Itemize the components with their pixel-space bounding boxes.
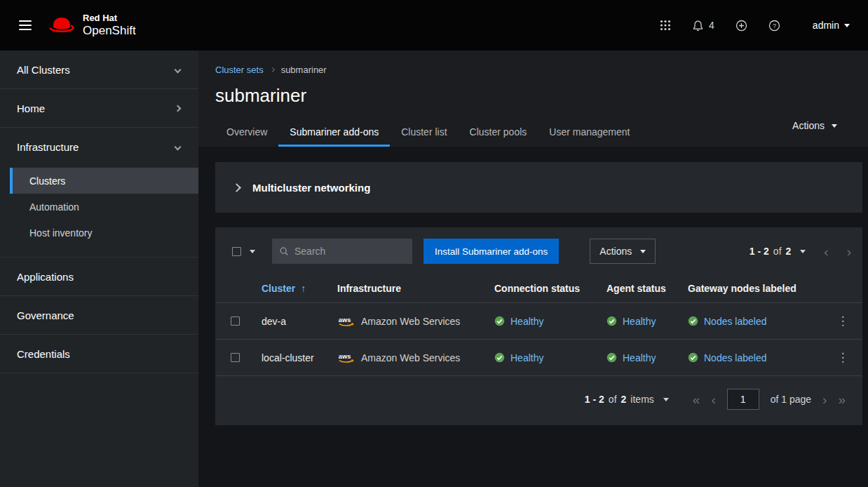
connection-status-link[interactable]: Healthy [510,352,543,363]
current-page-input[interactable] [727,389,759,410]
svg-text:aws: aws [339,353,351,360]
row-checkbox[interactable] [231,316,240,326]
help-button[interactable]: ? [768,20,780,32]
column-header-connection-status: Connection status [483,275,595,302]
sort-ascending-icon: ↑ [301,283,306,294]
user-menu-button[interactable]: admin [813,20,850,31]
sidebar-item-automation[interactable]: Automation [10,194,198,220]
breadcrumb: Cluster sets submariner [215,65,851,75]
row-checkbox[interactable] [231,353,240,362]
gateway-nodes-link[interactable]: Nodes labeled [704,352,767,363]
multicluster-networking-expandable[interactable]: Multicluster networking [215,162,862,213]
pagination-of: of [609,394,617,405]
redhat-hat-icon [48,15,76,35]
breadcrumb-cluster-sets-link[interactable]: Cluster sets [215,65,264,75]
healthy-status-icon [494,316,505,326]
bottom-pagination: 1 - 2 of 2 items « ‹ of 1 page › » [215,376,862,425]
caret-down-icon [844,24,850,27]
chevron-right-icon [175,105,182,112]
prev-page-button[interactable]: ‹ [824,245,828,258]
agent-status-link[interactable]: Healthy [623,352,656,363]
sidebar-item-label: Credentials [17,348,70,360]
chevron-down-icon [175,144,182,151]
row-kebab-menu[interactable]: ⋮ [832,350,855,365]
sidebar-item-governance[interactable]: Governance [0,296,198,335]
bulk-select-dropdown[interactable] [226,239,261,264]
first-page-button[interactable]: « [693,393,700,406]
notifications-button[interactable]: 4 [692,20,714,32]
perspective-label: All Clusters [17,64,70,76]
submariner-addons-card: Install Submariner add-ons Actions 1 - 2… [215,227,862,425]
healthy-status-icon [606,352,617,363]
table-toolbar: Install Submariner add-ons Actions 1 - 2… [215,239,862,275]
main-content: Cluster sets submariner submariner Actio… [198,51,868,487]
sidebar-item-label: Home [17,102,45,114]
sidebar-item-clusters[interactable]: Clusters [10,168,198,194]
sidebar-item-infrastructure[interactable]: Infrastructure [0,128,198,166]
search-input[interactable] [294,246,405,257]
sidebar: All Clusters Home Infrastructure Cluster… [0,51,198,487]
tab-overview[interactable]: Overview [215,119,278,147]
column-header-infrastructure[interactable]: Infrastructure [326,275,483,302]
connection-status-link[interactable]: Healthy [510,316,543,327]
brand-line2: OpenShift [83,24,136,38]
nodes-labeled-status-icon [688,316,698,326]
clusters-table: Cluster ↑ Infrastructure Connection stat… [215,275,862,376]
cluster-name: local-cluster [250,342,326,374]
caret-down-icon [663,398,669,401]
pagination-summary-dropdown[interactable]: 1 - 2 of 2 [750,246,806,257]
page-actions-dropdown[interactable]: Actions [792,120,837,131]
notification-count-badge: 4 [709,20,714,31]
page-actions-label: Actions [792,120,825,131]
agent-status-link[interactable]: Healthy [623,316,656,327]
sidebar-item-label: Applications [17,271,74,283]
tab-cluster-list[interactable]: Cluster list [390,119,458,147]
nav-toggle-button[interactable] [10,10,41,41]
table-header-row: Cluster ↑ Infrastructure Connection stat… [215,275,862,303]
bell-icon [692,20,704,32]
gateway-nodes-link[interactable]: Nodes labeled [704,316,767,327]
tabs: Overview Submariner add-ons Cluster list… [215,119,851,147]
tab-submariner-add-ons[interactable]: Submariner add-ons [278,119,390,147]
column-header-agent-status: Agent status [595,275,677,302]
search-icon [279,246,289,256]
tab-user-management[interactable]: User management [538,119,641,147]
items-per-page-dropdown[interactable]: 1 - 2 of 2 items [585,394,669,405]
sidebar-item-host-inventory[interactable]: Host inventory [10,220,198,246]
select-all-checkbox[interactable] [232,247,241,256]
row-kebab-menu[interactable]: ⋮ [832,314,855,328]
search-box [272,239,412,264]
top-pagination: 1 - 2 of 2 ‹ › [750,245,851,258]
sidebar-item-label: Governance [17,309,74,321]
sidebar-item-applications[interactable]: Applications [0,258,198,296]
tab-cluster-pools[interactable]: Cluster pools [459,119,538,147]
sidebar-item-home[interactable]: Home [0,89,198,128]
last-page-button[interactable]: » [838,393,846,406]
nodes-labeled-status-icon [688,352,698,363]
column-header-gateway-nodes: Gateway nodes labeled [677,275,829,302]
masthead: Red Hat OpenShift 4 [0,0,868,51]
install-submariner-button[interactable]: Install Submariner add-ons [423,239,559,264]
question-circle-icon: ? [768,20,780,32]
page-count-label: of 1 page [771,394,811,405]
aws-icon: aws [337,352,355,363]
toolbar-actions-dropdown[interactable]: Actions [590,239,656,264]
infrastructure-label: Amazon Web Services [361,316,460,327]
next-page-button[interactable]: › [847,245,851,258]
app-launcher-grid-icon [660,20,671,31]
add-button[interactable] [735,20,747,32]
content-area: Multicluster networking Ins [198,147,868,487]
next-page-button-bottom[interactable]: › [822,393,827,406]
healthy-status-icon [606,316,617,326]
caret-down-icon [832,124,837,128]
masthead-toolbar: 4 ? admin [660,20,850,32]
sidebar-item-credentials[interactable]: Credentials [0,335,198,373]
caret-down-icon [800,250,806,253]
breadcrumb-current: submariner [281,65,327,75]
healthy-status-icon [494,352,505,363]
prev-page-button-bottom[interactable]: ‹ [711,393,715,406]
column-header-cluster[interactable]: Cluster ↑ [250,275,326,302]
caret-down-icon [640,250,646,253]
perspective-switcher[interactable]: All Clusters [0,51,198,89]
app-launcher-button[interactable] [660,20,671,31]
